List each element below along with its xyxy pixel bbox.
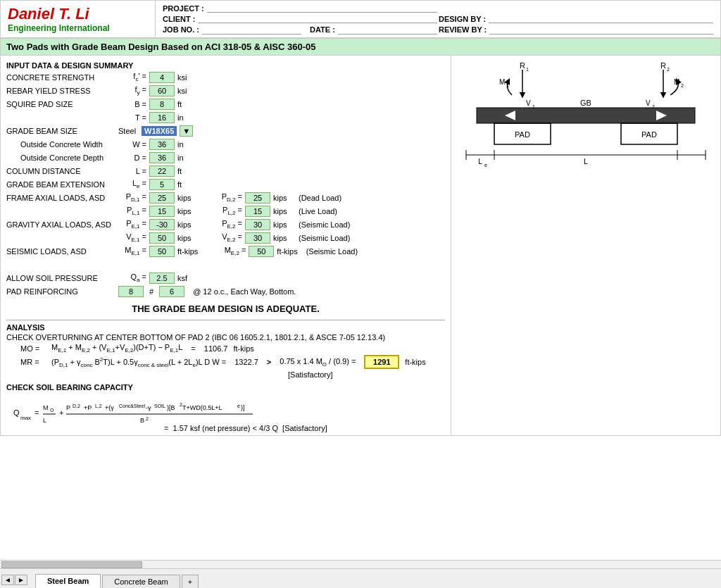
svg-text:R: R [660,61,666,70]
divider1 [6,320,445,320]
ve1-formula: VE,1 = [118,232,146,243]
svg-text:+P: +P [84,404,92,411]
svg-text:L,2: L,2 [95,404,102,408]
tab-concrete-beam-label: Concrete Beam [114,577,168,586]
d-value[interactable]: 36 [149,152,175,163]
check2-title: CHECK SOIL BEARING CAPACITY [6,383,445,392]
concrete-value[interactable]: 4 [149,72,175,83]
tab-next-arrow[interactable]: ► [15,575,27,585]
job-input[interactable] [202,25,301,35]
svg-text:max: max [20,415,31,421]
title-text: Two Pads with Grade Beam Design Based on… [6,42,316,52]
design-by-label: DESIGN BY : [439,15,486,23]
pad-spacing: @ 12 o.c., Each Way, Bottom. [193,287,296,296]
frame-label: FRAME AXIAL LOADS, ASD [6,194,115,202]
steel-select[interactable]: W18X65 [142,126,177,136]
project-field: PROJECT : [163,4,437,13]
le-unit: ft [177,180,194,189]
concrete-strength-row: CONCRETE STRENGTH fc' = 4 ksi [6,71,445,84]
page-field [439,4,713,13]
b-formula: B = [118,100,146,108]
scrollbar-thumb[interactable] [1,561,142,568]
mr-gt: > [267,358,271,366]
me1-formula: ME,1 = [118,246,146,256]
pad-num[interactable]: 8 [118,286,144,297]
le-value[interactable]: 5 [149,179,175,190]
pd1-value[interactable]: 25 [149,192,175,204]
w-formula: W = [118,140,146,149]
tab-concrete-beam[interactable]: Concrete Beam [102,575,180,588]
concrete-label: CONCRETE STRENGTH [6,73,115,82]
l-formula: L = [118,167,146,175]
svg-text:2: 2 [146,416,149,421]
t-value[interactable]: 16 [149,112,175,123]
me-note: (Seismic Load) [306,247,358,256]
pe1-formula: PE,1 = [118,219,146,230]
svg-text:Q: Q [13,408,20,417]
pd2-value[interactable]: 25 [245,192,270,204]
svg-text:L: L [478,158,482,165]
svg-text:V: V [526,99,531,107]
pl2-unit: kips [273,207,290,215]
pe2-value[interactable]: 30 [245,219,270,230]
ve2-formula: VE,2 = [214,232,242,243]
mr-label: MR = [20,358,49,366]
rebar-value[interactable]: 60 [149,85,175,96]
soil-row: ALLOW SOIL PRESSURE Qa = 2.5 ksf [6,272,445,284]
svg-text:M: M [499,78,505,86]
horizontal-scrollbar[interactable] [0,560,721,568]
concrete-depth-row: Outside Concrete Depth D = 36 in [6,151,445,164]
grade-ext-row: GRADE BEAM EXTENSION Le = 5 ft [6,178,445,191]
tab-steel-beam-label: Steel Beam [47,577,89,585]
svg-text:T+WD(0.5L+L: T+WD(0.5L+L [182,404,222,411]
seismic-label: SEISMIC LOADS, ASD [6,247,115,256]
ve1-value[interactable]: 50 [149,232,175,244]
design-by-input[interactable] [489,14,713,23]
svg-text:e: e [237,404,240,408]
mr-line: MR = (PD,1 + γconc B2T)L + 0.5γconc & st… [6,355,445,369]
logo-area: Daniel T. Li Engineering International [1,1,156,37]
header-fields: PROJECT : CLIENT : DESIGN BY : JOB NO. : [156,1,720,37]
svg-text:2: 2 [681,83,684,88]
tab-steel-beam[interactable]: Steel Beam [35,574,101,588]
pad-size[interactable]: 6 [159,286,184,297]
pad-t-row: T = 16 in [6,111,445,124]
me2-value[interactable]: 50 [249,246,274,257]
client-field: CLIENT : [163,14,437,23]
qa-value[interactable]: 2.5 [149,273,175,284]
client-input[interactable] [198,14,437,23]
svg-text:L: L [584,157,588,165]
title-bar: Two Pads with Grade Beam Design Based on… [0,38,721,56]
date-input[interactable] [338,25,437,35]
pl1-value[interactable]: 15 [149,206,175,217]
header: Daniel T. Li Engineering International P… [0,0,721,38]
grade-beam-label: GRADE BEAM SIZE [6,127,115,135]
ve1-unit: kips [177,234,194,242]
w-value[interactable]: 36 [149,139,175,150]
tab-prev-arrow[interactable]: ◄ [1,575,14,585]
dropdown-arrow-icon[interactable]: ▼ [180,125,193,137]
svg-text:R: R [520,61,525,70]
mo-unit: ft-kips [233,344,253,353]
pd2-unit: kips [273,194,290,202]
me1-value[interactable]: 50 [149,246,175,257]
pl-note: (Live Load) [299,207,337,215]
content-area[interactable]: Daniel T. Li Engineering International P… [0,0,721,560]
pe1-value[interactable]: -30 [149,219,175,230]
pe2-formula: PE,2 = [214,219,242,230]
review-by-input[interactable] [489,25,713,35]
b-value[interactable]: 8 [149,99,175,110]
pl2-value[interactable]: 15 [245,206,270,217]
ve-row: VE,1 = 50 kips VE,2 = 30 kips (Seismic L… [6,232,445,244]
pl1-unit: kips [177,207,194,215]
concrete-formula: fc' = [118,72,146,82]
l-value[interactable]: 22 [149,165,175,177]
me-row: SEISMIC LOADS, ASD ME,1 = 50 ft-kips ME,… [6,245,445,258]
mo-eq: = [191,344,195,353]
hash-symbol: # [149,287,153,296]
ve2-value[interactable]: 30 [245,232,270,244]
project-input[interactable] [207,4,437,13]
svg-text:)[B: )[B [167,404,175,411]
svg-text:=: = [35,408,39,417]
tab-add-button[interactable]: + [182,575,199,588]
